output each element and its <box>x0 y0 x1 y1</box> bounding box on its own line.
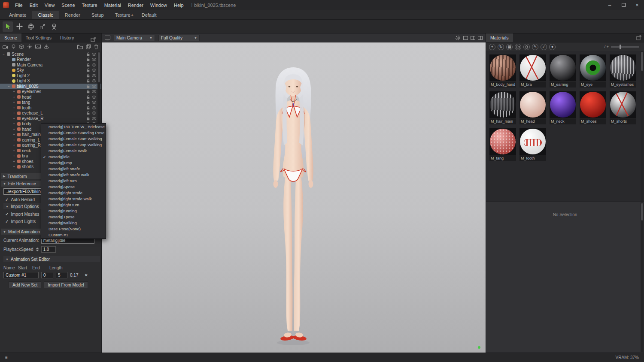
material-item[interactable]: M_eyelashes <box>610 54 636 87</box>
animation-dropdown-item[interactable]: metarig|Female Stop Walking <box>41 142 106 148</box>
animation-dropdown-item[interactable]: metarig|Female Start Walking <box>41 136 106 142</box>
lock-icon[interactable] <box>87 63 90 67</box>
material-thumbnail[interactable] <box>519 128 546 155</box>
material-item[interactable]: M_head <box>519 91 546 124</box>
layout-quad-icon[interactable] <box>478 36 483 40</box>
left-panel-tab[interactable]: Tool Settings <box>21 33 56 42</box>
lock-icon[interactable] <box>87 52 90 56</box>
popout-panel-icon[interactable] <box>91 37 96 42</box>
visibility-icon[interactable] <box>92 117 96 120</box>
lock-icon[interactable] <box>87 90 90 94</box>
apply-material-icon[interactable]: ✓ <box>541 44 547 50</box>
tree-expander-icon[interactable]: + <box>12 111 16 115</box>
lock-icon[interactable] <box>87 106 90 110</box>
material-thumbnail[interactable] <box>580 54 606 81</box>
add-turntable-icon[interactable] <box>44 44 49 49</box>
animation-set-editor-header[interactable]: ▼ Animation Set Editor <box>3 256 100 262</box>
visibility-icon[interactable] <box>92 58 96 61</box>
set-name-input[interactable] <box>3 272 39 278</box>
material-item[interactable]: M_shoes <box>580 91 606 124</box>
animation-dropdown-item[interactable]: metarig|Apose <box>41 184 106 190</box>
paint-material-icon[interactable]: ✎ <box>532 44 538 50</box>
detail-scrollbar[interactable] <box>641 202 644 352</box>
visibility-icon[interactable] <box>92 63 96 66</box>
layout-split-icon[interactable] <box>471 36 475 40</box>
popout-panel-icon[interactable] <box>636 35 641 40</box>
rotate-tool-button[interactable] <box>26 21 36 32</box>
tree-expander-icon[interactable]: − <box>7 84 11 88</box>
lock-icon[interactable] <box>87 57 90 61</box>
material-item[interactable]: M_tang <box>489 128 516 161</box>
tree-expander-icon[interactable]: + <box>12 138 16 142</box>
menu-item[interactable]: Window <box>147 0 170 10</box>
import-from-model-button[interactable]: Import From Model <box>44 281 88 288</box>
add-light-icon[interactable] <box>11 44 16 49</box>
animation-dropdown-item[interactable]: metarig|running <box>41 208 106 214</box>
visibility-icon[interactable] <box>92 106 96 109</box>
tree-row[interactable]: + tooth <box>0 105 101 111</box>
tree-expander-icon[interactable]: + <box>12 133 16 136</box>
tree-row[interactable]: Light 2 <box>0 73 101 78</box>
material-folder-icon[interactable] <box>515 44 521 50</box>
visibility-icon[interactable] <box>92 53 96 56</box>
material-thumbnail[interactable] <box>550 91 576 118</box>
thumbnail-size-slider[interactable] <box>611 46 639 48</box>
tree-expander-icon[interactable]: + <box>12 165 16 169</box>
material-item[interactable]: M_bra <box>519 54 546 87</box>
animation-dropdown-item[interactable]: metarig|right strafe <box>41 190 106 196</box>
tree-row[interactable]: Light 3 <box>0 78 101 84</box>
tree-expander-icon[interactable]: + <box>12 100 16 104</box>
lock-icon[interactable] <box>87 111 90 115</box>
workspace-tab[interactable]: Setup <box>86 11 109 19</box>
visibility-icon[interactable] <box>92 101 96 104</box>
tree-expander-icon[interactable]: + <box>12 154 16 158</box>
tree-expander-icon[interactable]: − <box>2 52 6 56</box>
visibility-icon[interactable] <box>92 79 96 82</box>
materials-scrollbar-thumb[interactable] <box>641 52 643 71</box>
viewport-display-icon[interactable] <box>105 36 110 40</box>
animation-dropdown-item[interactable]: metarig|left strafe walk <box>41 172 106 178</box>
material-item[interactable]: M_shorts <box>610 91 636 124</box>
character-model[interactable] <box>246 65 340 348</box>
maximize-button[interactable] <box>617 0 630 10</box>
visibility-icon[interactable] <box>92 69 96 72</box>
animation-dropdown-item[interactable]: metarig|180 Turn W_ Briefcase <box>41 124 106 130</box>
material-item[interactable]: M_hair_main <box>489 91 516 124</box>
add-new-set-button[interactable]: Add New Set <box>9 281 41 288</box>
visibility-icon[interactable] <box>92 112 96 115</box>
add-backdrop-icon[interactable] <box>35 45 41 49</box>
material-thumbnail[interactable] <box>489 54 516 81</box>
animation-dropdown-item[interactable]: metarig|right turn <box>41 202 106 208</box>
playback-speed-input[interactable] <box>41 246 56 253</box>
pivot-tool-button[interactable] <box>49 21 59 32</box>
menu-item[interactable]: Scene <box>58 0 78 10</box>
lock-icon[interactable] <box>87 117 90 121</box>
step-up-icon[interactable] <box>36 247 39 249</box>
animation-dropdown-item[interactable]: metarig|Female Standing Pose <box>41 130 106 136</box>
playback-speed-stepper[interactable] <box>36 247 39 251</box>
tree-scrollbar-thumb[interactable] <box>98 52 100 82</box>
viewport-canvas[interactable] <box>102 42 486 353</box>
materials-scrollbar[interactable] <box>641 51 644 202</box>
lock-icon[interactable] <box>87 68 90 72</box>
tree-expander-icon[interactable]: + <box>12 117 16 121</box>
layout-single-icon[interactable] <box>463 36 468 40</box>
delete-material-icon[interactable] <box>523 44 530 50</box>
tree-row[interactable]: + tang <box>0 100 101 106</box>
tree-row[interactable]: − bikini_0025 <box>0 84 101 89</box>
tree-row[interactable]: + eyebase_L <box>0 111 101 116</box>
materials-tab[interactable]: Materials <box>486 33 513 42</box>
quality-select[interactable]: Full Quality ▼ <box>158 35 200 41</box>
add-sky-icon[interactable] <box>27 44 32 49</box>
menu-item[interactable]: Help <box>170 0 187 10</box>
lock-icon[interactable] <box>87 100 90 104</box>
menu-item[interactable]: Texture <box>79 0 101 10</box>
menu-item[interactable]: Render <box>125 0 147 10</box>
viewport-settings-gear-icon[interactable] <box>455 35 461 41</box>
add-object-icon[interactable] <box>19 44 24 49</box>
set-end-input[interactable] <box>56 272 67 278</box>
animation-dropdown-item[interactable]: metarig|right strafe walk <box>41 196 106 202</box>
material-item[interactable]: M_tooth <box>519 128 546 161</box>
menu-item[interactable]: Edit <box>26 0 41 10</box>
visibility-icon[interactable] <box>92 74 96 77</box>
